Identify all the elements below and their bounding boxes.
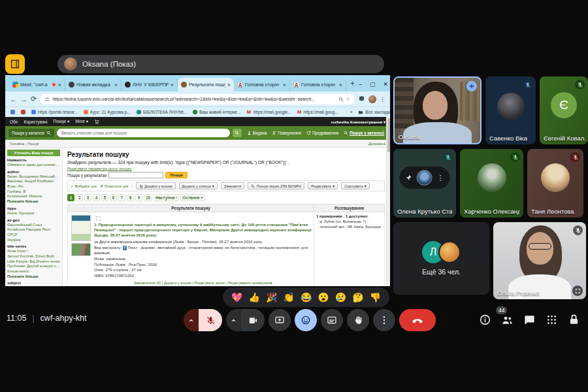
page-1[interactable]: 1 xyxy=(67,194,74,201)
reactions-button[interactable] xyxy=(295,309,317,331)
result-action-links[interactable]: Замовлення (0) | Додати у кошик | Редагу… xyxy=(94,281,312,285)
page-6[interactable]: 6 xyxy=(110,194,117,201)
edit-button[interactable]: Редагувати ▾ xyxy=(308,182,338,189)
facet-link[interactable]: 19-20 ст xyxy=(7,286,60,286)
facet-link[interactable]: Проблеми. Другий конкурс споживачів літе… xyxy=(7,264,60,269)
app-icon[interactable] xyxy=(5,54,25,74)
place-hold-button[interactable]: Замовити xyxy=(221,182,245,189)
tab-close-icon[interactable]: × xyxy=(58,82,61,88)
browser-menu-icon[interactable]: ⋮ xyxy=(380,96,385,103)
checkin-link[interactable]: Повернення xyxy=(272,131,301,135)
meeting-details-button[interactable] xyxy=(479,314,491,326)
reaction-thumbs-up[interactable]: 👍 xyxy=(248,293,259,302)
video-tile-tanya[interactable]: Таня Леонтова xyxy=(527,149,583,218)
show-more-link[interactable]: Показати більше xyxy=(7,199,60,204)
breadcrumb[interactable]: Головна › Пошук xyxy=(10,142,39,146)
expand-tile-icon[interactable] xyxy=(572,286,583,296)
menu-search[interactable]: Пошук ▾ xyxy=(53,119,69,124)
video-tile-olena[interactable]: ⋮ Олена Крутько Ста... xyxy=(393,149,456,218)
browser-tab-results-active[interactable]: Результати пошу × xyxy=(178,78,234,91)
reaction-thinking[interactable]: 🤔 xyxy=(352,293,363,302)
browser-tab-home2[interactable]: Д Головна сторін × xyxy=(290,78,346,91)
search-icon[interactable] xyxy=(338,97,344,102)
facet-link[interactable]: Василюк, Андрій Юрійович xyxy=(7,179,60,184)
facet-link[interactable]: Україна xyxy=(7,238,60,243)
video-tile-oksana[interactable]: Oksana xyxy=(393,76,482,144)
facet-link[interactable]: Горбань, В. xyxy=(7,189,60,195)
reload-icon[interactable]: ⟳ xyxy=(31,95,37,103)
add-to-list-button[interactable]: Додати у список ▾ xyxy=(179,182,218,189)
host-controls-button[interactable] xyxy=(568,314,580,326)
reaction-party[interactable]: 🎉 xyxy=(266,293,277,302)
browser-tab-lnu[interactable]: ЛНУ У КІБЕРПРО × xyxy=(122,78,178,91)
facet-link[interactable]: Janusz Korczak. Dzieci Both Series xyxy=(7,254,60,259)
page-10[interactable]: 10 xyxy=(144,194,152,201)
browser-tab-home1[interactable]: Д Головна сторін × xyxy=(234,78,290,91)
raise-hand-button[interactable] xyxy=(347,309,369,331)
captions-button[interactable] xyxy=(321,309,343,331)
tab-close-icon[interactable]: × xyxy=(283,82,286,88)
search-in-results-input[interactable] xyxy=(108,172,163,178)
page-5[interactable]: 5 xyxy=(101,194,108,201)
bookmark-item[interactable]: Курс: 21 Курсова р... xyxy=(84,110,131,114)
activities-button[interactable] xyxy=(546,314,558,326)
search-submit-button[interactable] xyxy=(233,129,242,137)
facet-link[interactable]: Anna muler i xyxy=(7,249,60,254)
present-button[interactable] xyxy=(269,309,291,331)
catalog-search-tab[interactable]: Пошук у каталозі xyxy=(8,129,54,137)
forward-icon[interactable]: → xyxy=(20,95,27,103)
page-7[interactable]: 7 xyxy=(118,194,125,201)
edit-search-link[interactable]: Редагувати параметри цього пошуку xyxy=(67,167,131,171)
close-button[interactable]: ✕ xyxy=(384,81,389,88)
bookmark-star-icon[interactable]: ☆ xyxy=(346,97,350,102)
checkout-link[interactable]: Видача xyxy=(247,131,267,135)
scrollbar[interactable] xyxy=(386,117,390,286)
facet-link[interactable]: Баган, Володимир Миколайович xyxy=(7,174,60,180)
tab-close-icon[interactable]: × xyxy=(171,82,174,88)
reaction-cry[interactable]: 😢 xyxy=(335,293,346,302)
z3950-search-button[interactable]: Пошук через Z39.50/SRU xyxy=(248,182,304,189)
camera-button[interactable] xyxy=(241,309,265,331)
back-icon[interactable]: ← xyxy=(10,95,17,103)
participants-button[interactable]: 44 xyxy=(501,314,514,326)
user-menu[interactable]: rozhevika Комплектування ▾ xyxy=(331,120,385,124)
menu-more[interactable]: More ▾ xyxy=(75,119,88,124)
end-call-button[interactable] xyxy=(399,309,436,331)
catalog-search-input[interactable] xyxy=(57,129,230,137)
reaction-thumbs-down[interactable]: 👎 xyxy=(370,293,381,302)
page-2[interactable]: 2 xyxy=(76,194,83,201)
help-link[interactable]: Допомога xyxy=(368,142,385,146)
site-settings-icon[interactable] xyxy=(44,97,50,102)
tab-close-icon[interactable]: × xyxy=(339,82,342,88)
reaction-clap[interactable]: 👏 xyxy=(283,293,294,302)
book-cover-image[interactable] xyxy=(71,243,91,256)
select-all-link[interactable]: ✓ Вибрати усе xyxy=(71,184,97,188)
sort-button[interactable]: Сортувати ▾ xyxy=(341,182,370,189)
minimize-button[interactable]: – xyxy=(359,81,362,88)
mic-options-chevron[interactable] xyxy=(184,309,199,331)
facet-link[interactable]: Китайська Народна Респ. xyxy=(7,227,60,233)
page-9[interactable]: 9 xyxy=(135,194,142,201)
result-checkbox[interactable] xyxy=(96,216,101,221)
facet-link[interactable]: Книга, брошура xyxy=(7,211,60,216)
video-tile-evgeniy[interactable]: Є Євгеній Ковал... xyxy=(540,76,588,144)
facet-link[interactable]: Обмежити зараз доступними примірниками xyxy=(7,163,60,168)
search-catalog-link[interactable]: Пошук у каталозі xyxy=(344,131,384,135)
bookmark-item[interactable]: https://portal.resear... xyxy=(31,110,78,114)
cart-icon[interactable] xyxy=(94,119,99,124)
video-tile-kharchenko[interactable]: Харченко Олександр xyxy=(460,149,523,218)
clear-all-link[interactable]: ✗ Очистити усе xyxy=(100,184,128,188)
maximize-button[interactable]: ▢ xyxy=(370,81,376,88)
pin-icon[interactable] xyxy=(406,174,412,181)
all-bookmarks-button[interactable]: Все закладки xyxy=(358,110,390,115)
add-to-cart-button[interactable]: Додати у кошик xyxy=(136,182,176,189)
tile-menu-icon[interactable]: ⋮ xyxy=(437,174,444,182)
new-tab-button[interactable]: + xyxy=(350,79,355,88)
bookmark-item[interactable]: БІБЛІОТЕКА ЛНУ/htt... xyxy=(137,110,187,114)
tab-close-icon[interactable]: × xyxy=(227,82,231,88)
overflow-participants-tile[interactable]: Л Ещё 36 чел. xyxy=(393,222,489,295)
browser-tab-newtab[interactable]: Новая вкладка × xyxy=(65,78,122,91)
bookmarks-overflow-icon[interactable]: » xyxy=(350,110,353,114)
show-more-link[interactable]: Показати більше xyxy=(7,274,60,280)
video-tile-savenko[interactable]: Савенко Віка xyxy=(485,76,536,144)
